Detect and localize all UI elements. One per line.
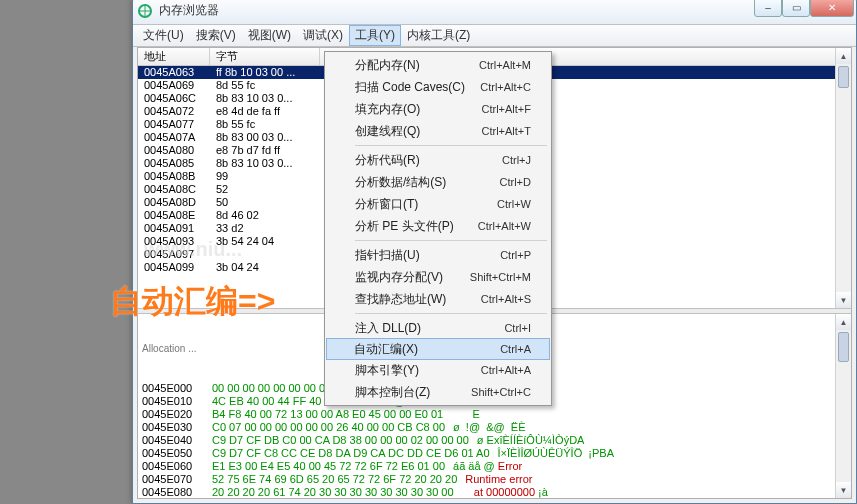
menu-separator [355, 240, 547, 241]
scroll-thumb[interactable] [838, 66, 849, 88]
menu-item[interactable]: 扫描 Code Caves(C)Ctrl+Alt+C [327, 76, 549, 98]
menu-item[interactable]: 分析窗口(T)Ctrl+W [327, 193, 549, 215]
menu-item[interactable]: 填充内存(O)Ctrl+Alt+F [327, 98, 549, 120]
scroll-up-icon[interactable]: ▲ [836, 314, 851, 330]
menu-item-label: 注入 DLL(D) [355, 320, 421, 337]
menu-item-label: 监视内存分配(V) [355, 269, 443, 286]
menu-item[interactable]: 指针扫描(U)Ctrl+P [327, 244, 549, 266]
menu-item-shortcut: Ctrl+Alt+F [481, 103, 531, 115]
menu-5[interactable]: 内核工具(Z) [401, 25, 476, 46]
menu-item-shortcut: Ctrl+Alt+M [479, 59, 531, 71]
titlebar[interactable]: 内存浏览器 – ▭ ✕ [133, 0, 856, 25]
menu-item[interactable]: 自动汇编(X)Ctrl+A [326, 338, 550, 360]
scroll-thumb[interactable] [838, 332, 849, 362]
menu-item-label: 查找静态地址(W) [355, 291, 446, 308]
menu-item-label: 脚本引擎(Y) [355, 362, 419, 379]
scroll-up-icon[interactable]: ▲ [836, 48, 851, 64]
window-title: 内存浏览器 [159, 2, 754, 19]
scroll-down-icon[interactable]: ▼ [836, 292, 851, 308]
menu-item-label: 分配内存(N) [355, 57, 420, 74]
menu-item[interactable]: 分析代码(R)Ctrl+J [327, 149, 549, 171]
menu-item[interactable]: 脚本控制台(Z)Shift+Ctrl+C [327, 381, 549, 403]
menu-item[interactable]: 分析数据/结构(S)Ctrl+D [327, 171, 549, 193]
app-icon [137, 3, 153, 19]
menu-item-shortcut: Ctrl+D [500, 176, 531, 188]
hex-row[interactable]: 0045E060E1 E3 00 E4 E5 40 00 45 72 72 6F… [142, 460, 847, 473]
menu-item[interactable]: 创建线程(Q)Ctrl+Alt+T [327, 120, 549, 142]
menu-item[interactable]: 注入 DLL(D)Ctrl+I [327, 317, 549, 339]
menu-item-label: 分析窗口(T) [355, 196, 418, 213]
hex-row[interactable]: 0045E08020 20 20 20 61 74 20 30 30 30 30… [142, 486, 847, 498]
window-buttons: – ▭ ✕ [754, 0, 854, 17]
minimize-button[interactable]: – [754, 0, 782, 17]
hex-row[interactable]: 0045E07052 75 6E 74 69 6D 65 20 65 72 72… [142, 473, 847, 486]
menu-item[interactable]: 分配内存(N)Ctrl+Alt+M [327, 54, 549, 76]
disasm-scrollbar[interactable]: ▲ ▼ [835, 48, 851, 308]
menu-item-shortcut: Ctrl+W [497, 198, 531, 210]
menu-item-shortcut: Ctrl+A [500, 343, 531, 355]
scroll-down-icon[interactable]: ▼ [836, 482, 851, 498]
hex-row[interactable]: 0045E050C9 D7 CF C8 CC CE D8 DA D9 CA DC… [142, 447, 847, 460]
col-address[interactable]: 地址 [138, 48, 210, 65]
menu-item-shortcut: Ctrl+Alt+A [481, 364, 531, 376]
menu-separator [355, 145, 547, 146]
menu-item[interactable]: 脚本引擎(Y)Ctrl+Alt+A [327, 359, 549, 381]
menu-item-shortcut: Shift+Ctrl+M [470, 271, 531, 283]
menu-item-shortcut: Ctrl+Alt+S [481, 293, 531, 305]
menu-item[interactable]: 查找静态地址(W)Ctrl+Alt+S [327, 288, 549, 310]
menu-item[interactable]: 监视内存分配(V)Shift+Ctrl+M [327, 266, 549, 288]
menu-item-label: 分析代码(R) [355, 152, 420, 169]
menubar: 文件(U)搜索(V)视图(W)调试(X)工具(Y)内核工具(Z) [133, 25, 856, 47]
menu-separator [355, 313, 547, 314]
menu-item-label: 分析数据/结构(S) [355, 174, 446, 191]
annotation-overlay: 自动汇编=> [110, 280, 275, 324]
menu-item-shortcut: Ctrl+J [502, 154, 531, 166]
menu-3[interactable]: 调试(X) [297, 25, 349, 46]
menu-item-shortcut: Shift+Ctrl+C [471, 386, 531, 398]
hex-row[interactable]: 0045E040C9 D7 CF DB C0 00 CA D8 38 00 00… [142, 434, 847, 447]
hex-scrollbar[interactable]: ▲ ▼ [835, 314, 851, 498]
menu-2[interactable]: 视图(W) [242, 25, 297, 46]
menu-item-label: 脚本控制台(Z) [355, 384, 430, 401]
menu-item-label: 扫描 Code Caves(C) [355, 79, 465, 96]
menu-item-label: 指针扫描(U) [355, 247, 420, 264]
maximize-button[interactable]: ▭ [782, 0, 810, 17]
menu-item-label: 分析 PE 头文件(P) [355, 218, 454, 235]
close-button[interactable]: ✕ [810, 0, 854, 17]
hex-row[interactable]: 0045E030C0 07 00 00 00 00 00 00 26 40 00… [142, 421, 847, 434]
menu-item-shortcut: Ctrl+Alt+C [480, 81, 531, 93]
menu-item-label: 填充内存(O) [355, 101, 420, 118]
hex-row[interactable]: 0045E020B4 F8 40 00 72 13 00 00 A8 E0 45… [142, 408, 847, 421]
menu-item-label: 创建线程(Q) [355, 123, 420, 140]
menu-item-label: 自动汇编(X) [354, 341, 418, 358]
menu-item-shortcut: Ctrl+Alt+T [481, 125, 531, 137]
menu-item[interactable]: 分析 PE 头文件(P)Ctrl+Alt+W [327, 215, 549, 237]
menu-item-shortcut: Ctrl+P [500, 249, 531, 261]
menu-1[interactable]: 搜索(V) [190, 25, 242, 46]
tools-menu-dropdown: 分配内存(N)Ctrl+Alt+M扫描 Code Caves(C)Ctrl+Al… [324, 51, 552, 406]
menu-0[interactable]: 文件(U) [137, 25, 190, 46]
menu-item-shortcut: Ctrl+I [504, 322, 531, 334]
menu-4[interactable]: 工具(Y) [349, 25, 401, 46]
menu-item-shortcut: Ctrl+Alt+W [478, 220, 531, 232]
col-bytes[interactable]: 字节 [210, 48, 320, 65]
